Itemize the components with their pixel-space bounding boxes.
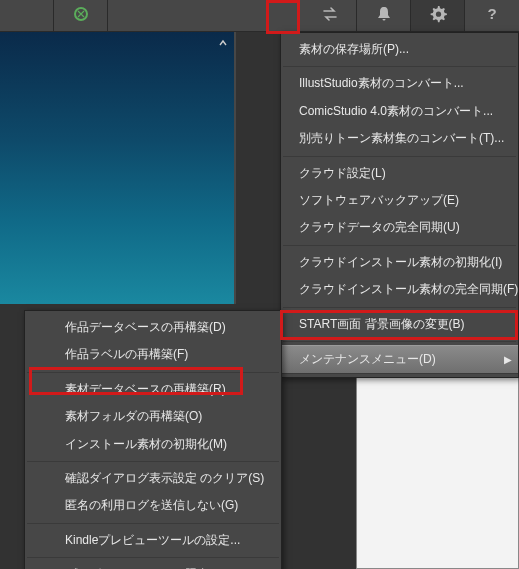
collapse-caret-icon[interactable] [218, 38, 228, 50]
svg-point-1 [435, 12, 440, 17]
settings-menu-item-label: ComicStudio 4.0素材のコンバート... [299, 104, 493, 118]
notifications-button[interactable] [357, 0, 411, 31]
settings-menu-separator [283, 341, 516, 342]
preview-pane [0, 32, 236, 304]
maintenance-menu-item-3[interactable]: 素材データベースの再構築(R) [25, 376, 281, 403]
maintenance-menu-item-label: 作品データベースの再構築(D) [65, 320, 226, 334]
settings-menu-separator [283, 245, 516, 246]
brush-icon [72, 5, 90, 26]
bell-icon [375, 5, 393, 26]
maintenance-menu-separator [27, 372, 279, 373]
maintenance-menu-separator [27, 523, 279, 524]
help-icon: ? [483, 5, 501, 26]
settings-menu-item-label: START画面 背景画像の変更(B) [299, 317, 465, 331]
settings-menu-item-2[interactable]: IllustStudio素材のコンバート... [281, 70, 518, 97]
settings-menu-item-label: メンテナンスメニュー(D) [299, 352, 436, 366]
maintenance-menu-separator [27, 461, 279, 462]
settings-menu-item-label: クラウド設定(L) [299, 166, 386, 180]
maintenance-menu-item-5[interactable]: インストール素材の初期化(M) [25, 431, 281, 458]
maintenance-submenu: 作品データベースの再構築(D)作品ラベルの再構築(F)素材データベースの再構築(… [24, 310, 282, 569]
top-toolbar: ? [0, 0, 519, 32]
settings-menu-item-3[interactable]: ComicStudio 4.0素材のコンバート... [281, 98, 518, 125]
settings-menu-item-11[interactable]: クラウドインストール素材の完全同期(F) [281, 276, 518, 303]
settings-menu-item-10[interactable]: クラウドインストール素材の初期化(I) [281, 249, 518, 276]
swap-icon [321, 5, 339, 26]
toolbar-slot-empty [0, 0, 54, 31]
settings-menu-item-label: クラウドインストール素材の初期化(I) [299, 255, 502, 269]
maintenance-menu-item-label: 作品ラベルの再構築(F) [65, 347, 188, 361]
settings-menu-item-0[interactable]: 素材の保存場所(P)... [281, 36, 518, 63]
maintenance-menu-item-12[interactable]: プラグインライセンス照合(C) [25, 561, 281, 569]
settings-menu-item-label: クラウドインストール素材の完全同期(F) [299, 282, 518, 296]
maintenance-menu-item-8[interactable]: 匿名の利用ログを送信しない(G) [25, 492, 281, 519]
maintenance-menu-separator [27, 557, 279, 558]
settings-menu-item-label: クラウドデータの完全同期(U) [299, 220, 460, 234]
maintenance-menu-item-label: Kindleプレビューツールの設定... [65, 533, 240, 547]
maintenance-menu-item-label: 素材データベースの再構築(R) [65, 382, 226, 396]
settings-menu-item-label: IllustStudio素材のコンバート... [299, 76, 464, 90]
help-button[interactable]: ? [465, 0, 519, 31]
brush-button[interactable] [54, 0, 108, 31]
swap-button[interactable] [303, 0, 357, 31]
settings-menu-separator [283, 66, 516, 67]
settings-menu-item-6[interactable]: クラウド設定(L) [281, 160, 518, 187]
settings-menu-separator [283, 307, 516, 308]
maintenance-menu-item-10[interactable]: Kindleプレビューツールの設定... [25, 527, 281, 554]
maintenance-menu-item-label: 確認ダイアログ表示設定 のクリア(S) [65, 471, 264, 485]
settings-menu-item-8[interactable]: クラウドデータの完全同期(U) [281, 214, 518, 241]
maintenance-menu-item-0[interactable]: 作品データベースの再構築(D) [25, 314, 281, 341]
settings-menu-item-label: 素材の保存場所(P)... [299, 42, 409, 56]
maintenance-menu-item-1[interactable]: 作品ラベルの再構築(F) [25, 341, 281, 368]
maintenance-menu-item-label: 素材フォルダの再構築(O) [65, 409, 202, 423]
maintenance-menu-item-label: 匿名の利用ログを送信しない(G) [65, 498, 238, 512]
settings-button[interactable] [411, 0, 465, 31]
svg-text:?: ? [487, 5, 496, 22]
toolbar-spacer [108, 0, 303, 31]
settings-menu-item-label: ソフトウェアバックアップ(E) [299, 193, 459, 207]
settings-menu-item-label: 別売りトーン素材集のコンバート(T)... [299, 131, 504, 145]
settings-menu-item-7[interactable]: ソフトウェアバックアップ(E) [281, 187, 518, 214]
settings-menu-item-4[interactable]: 別売りトーン素材集のコンバート(T)... [281, 125, 518, 152]
settings-menu: 素材の保存場所(P)...IllustStudio素材のコンバート...Comi… [280, 32, 519, 378]
gear-icon [429, 5, 447, 26]
settings-menu-separator [283, 156, 516, 157]
settings-menu-item-15[interactable]: メンテナンスメニュー(D)▶ [281, 345, 518, 374]
settings-menu-item-13[interactable]: START画面 背景画像の変更(B) [281, 311, 518, 338]
maintenance-menu-item-7[interactable]: 確認ダイアログ表示設定 のクリア(S) [25, 465, 281, 492]
submenu-arrow-icon: ▶ [504, 352, 512, 367]
maintenance-menu-item-4[interactable]: 素材フォルダの再構築(O) [25, 403, 281, 430]
maintenance-menu-item-label: インストール素材の初期化(M) [65, 437, 227, 451]
